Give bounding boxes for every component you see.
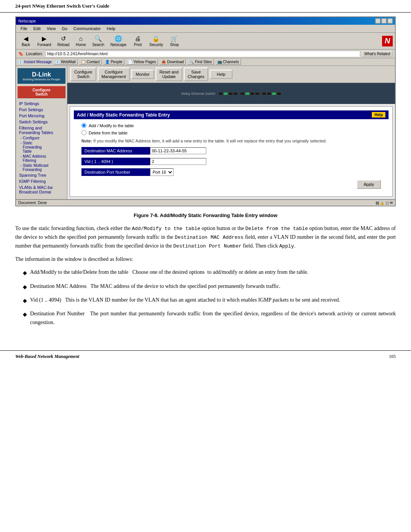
nav-mac-address-filtering[interactable]: - MAC Address Filtering (19, 154, 65, 163)
port-7 (250, 92, 255, 95)
reload-button[interactable]: ↺ Reload (55, 34, 72, 48)
bullet-item-2-text: Destination MAC Address The MAC address … (30, 282, 280, 291)
minimize-btn[interactable]: ─ (375, 18, 381, 24)
body-paragraph-1: To use the static forwarding function, c… (15, 224, 396, 250)
search-label: Search (92, 43, 104, 47)
nav-switch-settings[interactable]: Switch Settings (18, 119, 65, 125)
bookmark-findsites[interactable]: 🔍 Find Sites (187, 59, 213, 65)
apply-button[interactable]: Apply (357, 180, 381, 189)
shop-button[interactable]: 🛒 Shop (167, 34, 182, 48)
device-image: NWay Ethernet Switch (67, 83, 395, 104)
nav-ip-settings[interactable]: IP Settings (18, 101, 65, 107)
security-button[interactable]: 🔒 Security (147, 34, 165, 48)
nav-port-settings[interactable]: Port Settings (18, 107, 65, 113)
vid-label-text: Vid ( 1 .. 4094 ) (84, 159, 113, 164)
port-12 (277, 92, 281, 95)
bookmark-contact[interactable]: 📋 Contact (79, 59, 102, 65)
destination-port-select[interactable]: Port 1 Port 2 Port 4 Port 8 Port 16 Port… (150, 168, 174, 176)
maximize-btn[interactable]: □ (381, 18, 387, 24)
destination-port-label-text: Destination Port Number (84, 170, 130, 174)
security-icon: 🔒 (152, 35, 160, 42)
bullet-item-1: ◆ Add/Modify to the table/Delete from th… (23, 268, 396, 277)
bookmark-channels[interactable]: 📺 Channels (215, 59, 241, 65)
bullet-item-3-text: Vid (1 .. 4094) This is the VLAN ID numb… (30, 296, 340, 304)
diamond-icon-3: ◆ (23, 297, 27, 305)
browser-menubar: File Edit View Go Communicator Help (16, 25, 395, 33)
titlebar-buttons: ─ □ ✕ (375, 18, 393, 24)
top-nav-configure-switch[interactable]: ConfigureSwitch (70, 67, 96, 81)
nav-spanning-tree[interactable]: Spanning Tree (18, 172, 65, 178)
menu-edit[interactable]: Edit (30, 26, 44, 32)
search-button[interactable]: 🔍 Search (90, 34, 107, 48)
diamond-icon-1: ◆ (23, 269, 27, 277)
bullet-list: ◆ Add/Modify to the table/Delete from th… (23, 268, 396, 327)
bookmark-webmail[interactable]: 📧 WebMail (53, 59, 78, 65)
radio-delete-label: Delete from the table (89, 131, 127, 135)
port-2 (223, 92, 228, 95)
dlink-name: D-Link (19, 71, 64, 78)
nav-igmp-filtering[interactable]: IGMP Filtering (18, 178, 65, 184)
browser-title: Netscape (18, 19, 36, 23)
port-5 (240, 92, 245, 95)
note-text: If you modify the MAC Address item, it w… (93, 139, 327, 143)
configure-switch-button[interactable]: ConfigureSwitch (18, 86, 65, 98)
whats-related-button[interactable]: What's Related (362, 51, 393, 57)
vid-label: Vid ( 1 .. 4094 ) (81, 158, 150, 165)
netscape-button[interactable]: 🌐 Netscape (108, 34, 129, 48)
top-nav-help[interactable]: Help (210, 70, 233, 79)
destination-mac-input[interactable] (150, 147, 206, 154)
form-help-button[interactable]: Help (372, 112, 386, 118)
bookmark-people[interactable]: 👤 People (103, 59, 124, 65)
print-icon: 🖨 (135, 35, 141, 42)
top-nav-configure-management[interactable]: ConfigureManagement (98, 67, 130, 81)
print-button[interactable]: 🖨 Print (130, 35, 145, 48)
bookmark-yellowpages[interactable]: 📄 Yellow Pages (126, 59, 158, 65)
browser-toolbar: ◀ Back ▶ Forward ↺ Reload ⌂ Home 🔍 Searc… (16, 33, 395, 50)
menu-go[interactable]: Go (59, 26, 70, 32)
device-label: NWay Ethernet Switch (181, 92, 215, 96)
body-paragraph-2: The information in the window is describ… (15, 255, 396, 264)
note-bold: Note: (81, 139, 92, 143)
destination-port-label: Destination Port Number (81, 168, 150, 176)
menu-communicator[interactable]: Communicator (70, 26, 104, 32)
security-label: Security (149, 43, 163, 47)
menu-view[interactable]: View (44, 26, 59, 32)
radio-delete[interactable] (81, 130, 86, 135)
menu-file[interactable]: File (18, 26, 30, 32)
instant-message[interactable]: 📧 Instant Message (18, 60, 52, 64)
forward-icon: ▶ (42, 35, 46, 42)
nav-static-forwarding[interactable]: - Static Forwarding Table (19, 141, 65, 154)
diamond-icon-2: ◆ (23, 283, 27, 291)
location-bar: 🔖 Location: What's Related (16, 50, 395, 58)
nav-configure[interactable]: - Configure (19, 136, 65, 141)
home-button[interactable]: ⌂ Home (73, 35, 88, 48)
top-nav-monitor[interactable]: Monitor (131, 70, 154, 79)
page-header: 24-port NWay Ethernet Switch User's Guid… (0, 0, 411, 13)
nav-static-multicast[interactable]: - Static Multicast Forwarding (19, 163, 65, 172)
back-button[interactable]: ◀ Back (18, 34, 33, 48)
bullet-item-3: ◆ Vid (1 .. 4094) This is the VLAN ID nu… (23, 296, 396, 305)
close-btn[interactable]: ✕ (387, 18, 393, 24)
bullet-item-4-text: Destination Port Number The port number … (30, 310, 396, 327)
port-4 (233, 92, 238, 95)
menu-help[interactable]: Help (104, 26, 119, 32)
vid-input[interactable] (150, 158, 206, 165)
statusbar-icons: ▤ 🔒 ◻ ✉ (376, 201, 393, 205)
dlink-tagline: Building Networks for People (19, 78, 64, 81)
form-note: Note: If you modify the MAC Address item… (81, 138, 381, 144)
url-input[interactable] (45, 51, 360, 57)
radio-delete-row: Delete from the table (81, 130, 389, 135)
top-nav-save-changes[interactable]: SaveChanges (184, 67, 208, 81)
bookmark-download[interactable]: 📥 Download (159, 59, 186, 65)
figure-caption: Figure 7-8. Add/Modify Static Forwarding… (15, 212, 396, 218)
nav-vlans[interactable]: VLANs & MAC-baBroadcast Domai (18, 184, 65, 195)
nav-port-mirroring[interactable]: Port Mirroring (18, 113, 65, 119)
nav-filtering-forwarding[interactable]: Filtering andForwarding Tables (18, 125, 65, 136)
radio-add-modify[interactable] (81, 123, 86, 128)
print-label: Print (134, 43, 142, 47)
diamond-icon-4: ◆ (23, 310, 27, 319)
top-nav-reset-update[interactable]: Reset andUpdate (156, 67, 182, 81)
port-1 (218, 92, 223, 95)
forward-button[interactable]: ▶ Forward (35, 34, 54, 48)
forward-label: Forward (37, 43, 51, 47)
